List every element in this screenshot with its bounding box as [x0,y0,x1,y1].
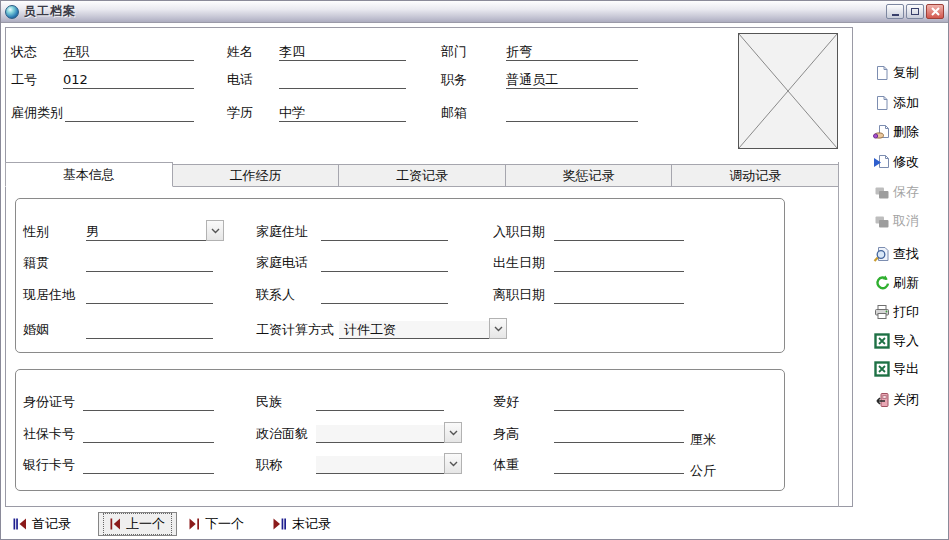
export-button[interactable]: 导出 [873,359,919,379]
employee-id-field[interactable]: 012 [63,71,194,89]
previous-record-label: 上一个 [126,515,165,533]
hire-date-label: 入职日期 [493,223,545,240]
minimize-button[interactable] [886,4,904,19]
height-field[interactable] [554,425,684,443]
previous-record-button[interactable]: 上一个 [98,512,177,536]
tab-basic-info[interactable]: 基本信息 [5,162,173,187]
import-button-label: 导入 [893,332,919,350]
contact-label: 联系人 [256,286,295,303]
home-phone-field[interactable] [321,254,448,272]
copy-button[interactable]: 复制 [873,63,919,83]
tab-reward-punishment-records[interactable]: 奖惩记录 [506,164,673,187]
photo-placeholder[interactable] [738,33,838,149]
gender-dropdown-button[interactable] [206,220,224,241]
maximize-icon [911,8,919,15]
phone-field[interactable] [279,71,406,89]
tab-label: 工作经历 [229,167,281,185]
export-button-label: 导出 [893,360,919,378]
marriage-field[interactable] [86,321,213,339]
status-field[interactable]: 在职 [63,43,194,61]
salary-method-label: 工资计算方式 [256,321,334,338]
education-field[interactable]: 中学 [279,104,406,122]
tab-salary-records[interactable]: 工资记录 [339,164,506,187]
close-door-icon [873,392,890,409]
height-label: 身高 [493,425,519,442]
chevron-down-icon [449,430,458,436]
last-record-button[interactable]: 末记录 [269,512,335,536]
contact-field[interactable] [321,286,448,304]
save-button[interactable]: 保存 [873,182,919,202]
first-record-button[interactable]: 首记录 [9,512,75,536]
employee-archive-window: 员工档案 状态 在职 工号 012 雇佣类别 姓名 李四 电话 学历 中学 部门… [0,0,949,540]
height-unit-label: 厘米 [690,431,716,449]
close-button[interactable] [926,4,944,19]
titlebar[interactable]: 员工档案 [1,1,948,23]
salary-method-dropdown-button[interactable] [489,318,507,339]
modify-button[interactable]: 修改 [873,152,919,172]
name-field[interactable]: 李四 [279,43,406,61]
print-button-label: 打印 [893,303,919,321]
window-controls [886,4,948,19]
cancel-button[interactable]: 取消 [873,211,919,231]
job-title-combobox[interactable] [316,456,444,474]
add-icon [873,95,890,112]
email-label: 邮箱 [441,104,467,121]
native-place-field[interactable] [86,254,213,272]
id-number-field[interactable] [83,393,214,411]
delete-icon [873,124,890,141]
record-navbar: 首记录 上一个 下一个 末记录 [1,509,948,539]
window-title: 员工档案 [24,3,76,20]
hobby-field[interactable] [554,393,684,411]
add-button[interactable]: 添加 [873,93,919,113]
position-field[interactable]: 普通员工 [506,71,638,89]
maximize-button[interactable] [906,4,924,19]
gender-label: 性别 [23,223,49,240]
tab-label: 奖惩记录 [563,167,615,185]
birth-date-field[interactable] [554,254,684,272]
import-button[interactable]: 导入 [873,331,919,351]
find-button[interactable]: 查找 [873,244,919,264]
political-status-dropdown-button[interactable] [444,422,462,443]
hobby-label: 爱好 [493,393,519,410]
residence-field[interactable] [86,286,213,304]
import-excel-icon [873,333,890,350]
first-record-label: 首记录 [32,515,71,533]
home-address-label: 家庭住址 [256,223,308,240]
tab-label: 基本信息 [63,166,115,184]
leave-date-field[interactable] [554,286,684,304]
last-record-icon [273,518,287,530]
gender-combobox[interactable]: 男 [86,223,206,241]
email-field[interactable] [506,104,638,122]
bank-card-field[interactable] [83,456,214,474]
hire-date-field[interactable] [554,223,684,241]
home-address-field[interactable] [321,223,448,241]
refresh-button-label: 刷新 [893,274,919,292]
job-title-dropdown-button[interactable] [444,453,462,474]
political-status-combobox[interactable] [316,425,444,443]
close-form-button-label: 关闭 [893,391,919,409]
employment-type-label: 雇佣类别 [11,104,63,121]
print-icon [873,304,890,321]
refresh-icon [873,275,890,292]
social-card-label: 社保卡号 [23,425,75,442]
next-record-label: 下一个 [205,515,244,533]
photo-cross-icon [739,34,837,148]
social-card-field[interactable] [83,425,214,443]
position-label: 职务 [441,71,467,88]
leave-date-label: 离职日期 [493,286,545,303]
print-button[interactable]: 打印 [873,302,919,322]
ethnicity-field[interactable] [316,393,444,411]
modify-icon [873,154,890,171]
close-form-button[interactable]: 关闭 [873,390,919,410]
refresh-button[interactable]: 刷新 [873,273,919,293]
next-record-button[interactable]: 下一个 [185,512,248,536]
department-field[interactable]: 折弯 [506,43,638,61]
tab-panel-right-border [838,162,839,507]
salary-method-combobox[interactable]: 计件工资 [339,321,494,339]
tab-transfer-records[interactable]: 调动记录 [672,164,839,187]
weight-field[interactable] [554,456,684,474]
tab-work-experience[interactable]: 工作经历 [173,164,340,187]
employment-type-field[interactable] [65,104,194,122]
delete-button[interactable]: 删除 [873,122,919,142]
weight-label: 体重 [493,456,519,473]
